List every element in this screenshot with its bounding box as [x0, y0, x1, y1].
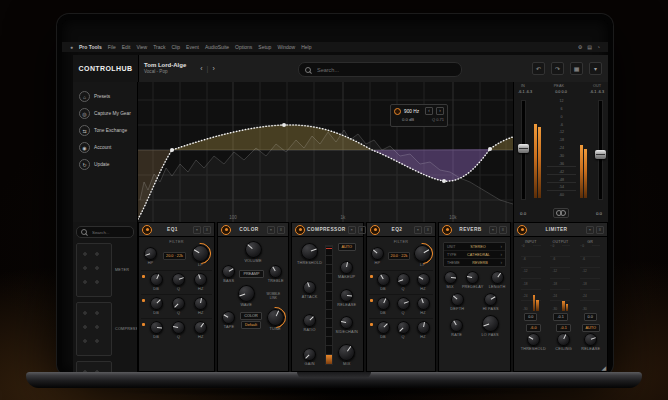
db-knob[interactable] [150, 273, 163, 286]
module-thumbnail[interactable] [76, 243, 112, 297]
rate-knob[interactable] [450, 319, 463, 332]
module-thumbnail[interactable] [76, 302, 112, 356]
gr-value[interactable]: 0.0 [584, 313, 597, 321]
eq-curve-canvas[interactable] [138, 82, 513, 222]
release-value[interactable]: AUTO [582, 324, 600, 332]
q-knob[interactable] [397, 297, 410, 310]
predelay-knob[interactable] [466, 271, 479, 284]
gain-knob[interactable] [303, 348, 316, 361]
band-enable-led[interactable] [370, 323, 373, 326]
band-enable-led[interactable] [370, 299, 373, 302]
treble-knob[interactable] [269, 265, 282, 278]
tape-knob[interactable] [222, 311, 235, 324]
menu-edit[interactable]: Edit [122, 44, 131, 50]
band-enable-led[interactable] [142, 323, 145, 326]
band-next-button[interactable]: › [436, 107, 444, 115]
search-input[interactable] [315, 66, 455, 74]
mix-knob[interactable] [444, 271, 457, 284]
menu-setup[interactable]: Setup [258, 44, 271, 50]
selector-row-type[interactable]: TYPECATHEDRAL› [444, 251, 505, 259]
db-knob[interactable] [150, 321, 163, 334]
power-button[interactable] [370, 225, 380, 235]
close-module-icon[interactable]: × [414, 226, 422, 234]
hi-pass-knob[interactable] [484, 293, 497, 306]
q-knob[interactable] [172, 297, 185, 310]
module-menu-icon[interactable]: ≡ [424, 226, 432, 234]
band-enable-led[interactable] [142, 299, 145, 302]
close-module-icon[interactable]: × [586, 226, 594, 234]
close-module-icon[interactable]: × [267, 226, 275, 234]
selector-row-theme[interactable]: THEMEREVERB› [444, 259, 505, 266]
threshold-knob[interactable] [301, 243, 318, 260]
release-knob[interactable] [584, 333, 597, 346]
lp-knob[interactable] [192, 245, 209, 262]
menu-pro-tools[interactable]: Pro Tools [79, 44, 102, 50]
input-fader-thumb[interactable] [518, 144, 529, 153]
lo-pass-knob[interactable] [482, 315, 499, 332]
module-thumbnail[interactable] [76, 361, 112, 372]
makeup-knob[interactable] [340, 261, 353, 274]
grid-view-icon[interactable]: ▦ [570, 62, 583, 75]
output-fader-track[interactable] [598, 100, 603, 200]
ratio-knob[interactable] [303, 314, 316, 327]
menu-options[interactable]: Options [235, 44, 252, 50]
close-module-icon[interactable]: × [489, 226, 497, 234]
q-knob[interactable] [397, 321, 410, 334]
bass-knob[interactable] [222, 265, 235, 278]
hz-knob[interactable] [417, 321, 430, 334]
db-knob[interactable] [150, 297, 163, 310]
band-enable-led[interactable] [142, 275, 145, 278]
module-menu-icon[interactable]: ≡ [203, 226, 211, 234]
lp-knob[interactable] [414, 245, 431, 262]
browser-item-meter[interactable]: METER [76, 243, 134, 297]
band-prev-button[interactable]: ‹ [425, 107, 433, 115]
power-button[interactable] [221, 225, 231, 235]
color-display[interactable]: COLOR [240, 312, 262, 320]
module-menu-icon[interactable]: ≡ [596, 226, 604, 234]
input-value[interactable]: 0.0 [524, 313, 537, 321]
threshold-value[interactable]: -6.0 [526, 324, 541, 332]
module-menu-icon[interactable]: ≡ [499, 226, 507, 234]
sidebar-item-tone-exchange[interactable]: ⇆Tone Exchange [73, 122, 137, 139]
next-preset-button[interactable]: › [212, 65, 214, 72]
wave-knob[interactable] [238, 285, 255, 302]
module-menu-icon[interactable]: ≡ [358, 226, 366, 234]
menu-audiosuite[interactable]: AudioSuite [205, 44, 229, 50]
menu-file[interactable]: File [108, 44, 116, 50]
output-value[interactable]: -0.1 [553, 313, 568, 321]
status-icon-1[interactable]: ▤ [587, 44, 592, 50]
menu-clip[interactable]: Clip [171, 44, 180, 50]
threshold-knob[interactable] [527, 333, 540, 346]
color-value[interactable]: Default [241, 321, 261, 329]
tune-knob[interactable] [267, 309, 284, 326]
hz-knob[interactable] [194, 273, 207, 286]
db-knob[interactable] [377, 321, 390, 334]
search-box[interactable] [298, 62, 462, 77]
q-knob[interactable] [172, 321, 185, 334]
menu-track[interactable]: Track [153, 44, 165, 50]
preamp-display[interactable]: PREAMP [239, 270, 263, 278]
sidebar-item-update[interactable]: ↻Update [73, 156, 137, 173]
output-fader-thumb[interactable] [595, 150, 606, 159]
undo-icon[interactable]: ↶ [532, 62, 545, 75]
redo-icon[interactable]: ↷ [551, 62, 564, 75]
selector-next-icon[interactable]: › [500, 244, 502, 249]
collapse-icon[interactable]: ▾ [589, 62, 602, 75]
mix-knob[interactable] [338, 344, 355, 361]
module-menu-icon[interactable]: ≡ [277, 226, 285, 234]
sidebar-item-presets[interactable]: ⌂Presets [73, 88, 137, 105]
selector-row-unit[interactable]: UNITSTEREO› [444, 243, 505, 251]
power-button[interactable] [295, 225, 305, 235]
release-knob[interactable] [340, 289, 353, 302]
depth-knob[interactable] [451, 293, 464, 306]
close-module-icon[interactable]: × [348, 226, 356, 234]
volume-knob[interactable] [245, 241, 262, 258]
attack-knob[interactable] [303, 281, 316, 294]
eq-band-handle[interactable] [488, 147, 492, 151]
browser-search-box[interactable] [76, 226, 134, 238]
hz-knob[interactable] [194, 297, 207, 310]
sidebar-item-account[interactable]: ◉Account [73, 139, 137, 156]
eq-band-handle[interactable] [442, 179, 446, 183]
power-button[interactable] [442, 225, 452, 235]
length-knob[interactable] [491, 271, 504, 284]
